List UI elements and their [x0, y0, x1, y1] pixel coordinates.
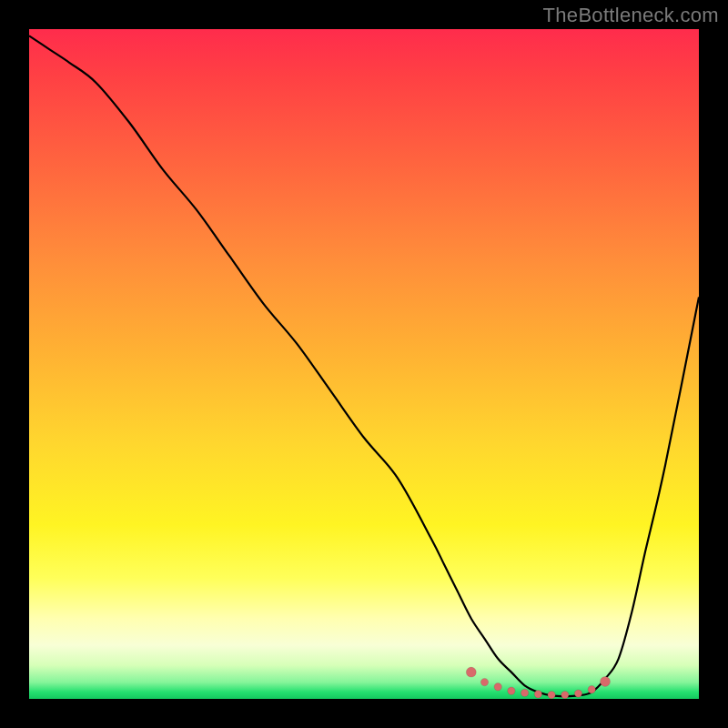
highlight-dot — [601, 676, 611, 686]
highlight-dot — [466, 667, 476, 677]
bottleneck-curve — [29, 35, 699, 696]
plot-area — [29, 29, 699, 699]
highlight-dot — [548, 691, 555, 698]
highlight-dot — [480, 678, 488, 685]
curve-layer — [29, 29, 699, 699]
highlight-dot — [561, 691, 569, 698]
chart-frame: TheBottleneck.com — [0, 0, 728, 728]
highlight-dot — [574, 690, 581, 697]
highlight-dot — [494, 683, 501, 691]
watermark-text: TheBottleneck.com — [543, 4, 719, 27]
highlight-dot — [534, 691, 541, 698]
highlight-dot — [521, 689, 528, 696]
highlight-dot — [508, 687, 515, 694]
highlight-dot — [588, 686, 595, 693]
